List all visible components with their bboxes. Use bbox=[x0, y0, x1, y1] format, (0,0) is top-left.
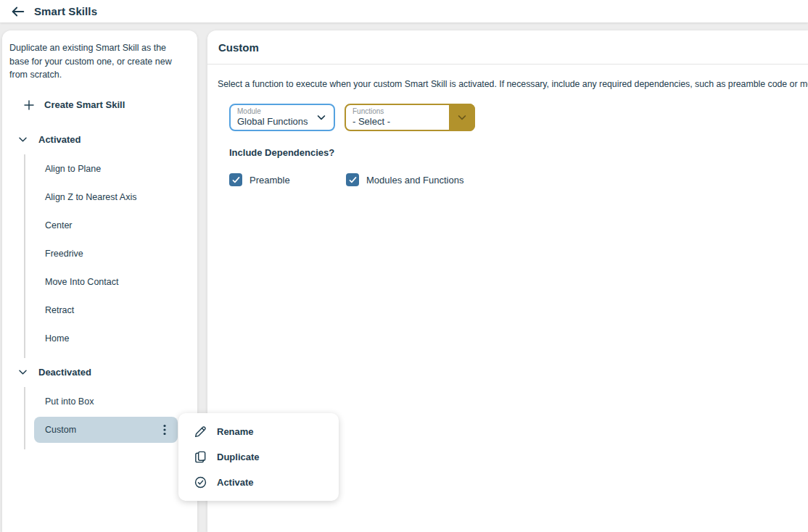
chevron-down-icon bbox=[17, 367, 28, 378]
sidebar-item-put-into-box[interactable]: Put into Box bbox=[34, 388, 178, 415]
include-dependencies-label: Include Dependencies? bbox=[229, 147, 808, 158]
modules-and-functions-option: Modules and Functions bbox=[346, 173, 463, 186]
plus-icon bbox=[23, 99, 35, 111]
functions-select[interactable]: Functions - Select - bbox=[345, 104, 475, 131]
sidebar-item-retract[interactable]: Retract bbox=[34, 297, 178, 323]
menu-item-label: Rename bbox=[217, 426, 254, 437]
create-smart-skill-label: Create Smart Skill bbox=[44, 99, 125, 110]
chevron-down-icon bbox=[309, 105, 334, 130]
section-header-activated[interactable]: Activated bbox=[2, 125, 197, 154]
section-label: Activated bbox=[38, 134, 81, 145]
item-label: Move Into Contact bbox=[45, 277, 118, 287]
activated-items: Align to Plane Align Z to Nearest Axis C… bbox=[24, 154, 197, 358]
item-label: Home bbox=[45, 333, 69, 344]
item-label: Put into Box bbox=[45, 396, 94, 407]
panel-description: Select a function to execute when your c… bbox=[218, 79, 808, 89]
module-select-label: Module bbox=[237, 107, 309, 116]
section-label: Deactivated bbox=[38, 367, 91, 378]
kebab-menu-icon[interactable] bbox=[159, 423, 170, 436]
back-arrow-icon[interactable] bbox=[9, 3, 27, 20]
functions-select-value: - Select - bbox=[353, 116, 449, 128]
preamble-option: Preamble bbox=[229, 173, 346, 186]
top-bar: Smart Skills bbox=[0, 0, 808, 22]
check-circle-icon bbox=[194, 475, 207, 489]
context-menu-duplicate[interactable]: Duplicate bbox=[178, 445, 339, 470]
sidebar-item-home[interactable]: Home bbox=[34, 325, 178, 352]
create-smart-skill-button[interactable]: Create Smart Skill bbox=[11, 95, 189, 115]
module-select-value: Global Functions bbox=[237, 116, 309, 128]
sidebar-description: Duplicate an existing Smart Skill as the… bbox=[9, 41, 187, 82]
duplicate-icon bbox=[194, 450, 207, 464]
sidebar-item-center[interactable]: Center bbox=[34, 212, 178, 238]
menu-item-label: Activate bbox=[217, 477, 254, 488]
page-title: Smart Skills bbox=[34, 5, 97, 17]
pencil-icon bbox=[194, 425, 207, 439]
functions-select-label: Functions bbox=[353, 107, 449, 116]
item-label: Freedrive bbox=[45, 249, 83, 259]
item-label: Retract bbox=[45, 305, 74, 315]
panel-title: Custom bbox=[207, 30, 808, 65]
sidebar-item-align-to-plane[interactable]: Align to Plane bbox=[34, 156, 178, 182]
section-header-deactivated[interactable]: Deactivated bbox=[2, 358, 197, 387]
sidebar-item-freedrive[interactable]: Freedrive bbox=[34, 241, 178, 267]
sidebar-item-move-into-contact[interactable]: Move Into Contact bbox=[34, 269, 178, 295]
menu-item-label: Duplicate bbox=[217, 452, 260, 462]
modules-and-functions-checkbox[interactable] bbox=[346, 173, 359, 186]
item-label: Align to Plane bbox=[45, 164, 101, 174]
functions-select-dropdown-button[interactable] bbox=[449, 104, 475, 131]
modules-and-functions-label: Modules and Functions bbox=[366, 175, 463, 186]
item-label: Center bbox=[45, 220, 73, 230]
smart-skills-sidebar: Duplicate an existing Smart Skill as the… bbox=[2, 30, 197, 532]
preamble-label: Preamble bbox=[250, 175, 290, 186]
item-label: Align Z to Nearest Axis bbox=[45, 192, 136, 202]
chevron-down-icon bbox=[456, 112, 468, 123]
preamble-checkbox[interactable] bbox=[229, 173, 242, 186]
custom-skill-context-menu: Rename Duplicate Activate bbox=[178, 413, 339, 501]
deactivated-items: Put into Box Custom bbox=[24, 387, 197, 449]
sidebar-item-custom[interactable]: Custom bbox=[34, 417, 178, 443]
context-menu-activate[interactable]: Activate bbox=[178, 470, 339, 495]
sidebar-item-align-z-to-nearest-axis[interactable]: Align Z to Nearest Axis bbox=[34, 184, 178, 210]
context-menu-rename[interactable]: Rename bbox=[178, 420, 339, 444]
module-select[interactable]: Module Global Functions bbox=[229, 104, 335, 131]
chevron-down-icon bbox=[17, 134, 28, 145]
item-label: Custom bbox=[45, 425, 76, 435]
